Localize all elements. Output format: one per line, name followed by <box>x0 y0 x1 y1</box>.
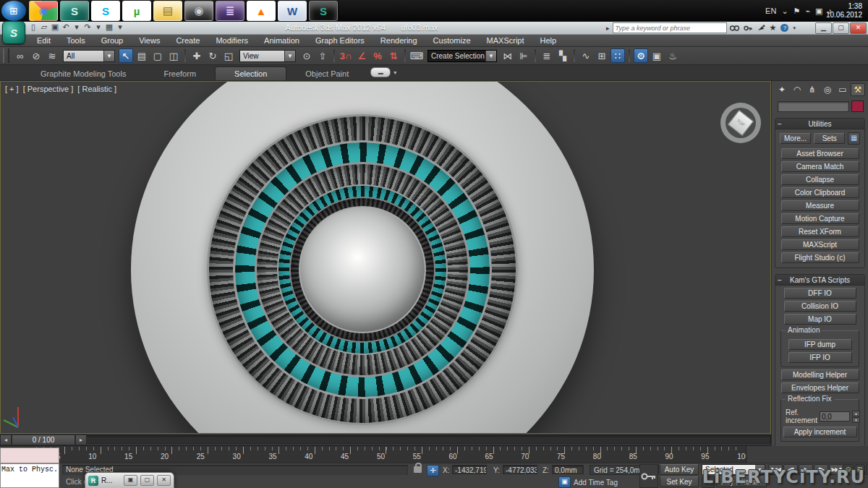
utility-button[interactable]: Collapse <box>781 174 859 185</box>
3dsmax-dark-icon[interactable]: S <box>309 1 338 21</box>
create-tab-icon[interactable]: ✦ <box>775 83 789 96</box>
utilities-tab-icon[interactable]: ⚒ <box>851 83 865 96</box>
utility-button[interactable]: Flight Studio (c) <box>781 252 859 263</box>
select-and-link-icon[interactable]: ∞ <box>13 48 27 63</box>
material-editor-icon[interactable]: ∷ <box>610 48 625 63</box>
rollout-collapse-icon[interactable]: − <box>775 276 784 284</box>
time-slider-handle[interactable]: 0 / 100 <box>12 435 75 445</box>
start-button[interactable]: ⊞ <box>1 1 26 21</box>
toolbar-separator[interactable] <box>574 49 575 62</box>
reference-coordinate-dropdown[interactable]: View ▼ <box>239 50 296 62</box>
spinner-up-icon[interactable]: ▲ <box>852 411 860 416</box>
ribbon-options-caret-icon[interactable]: ▾ <box>393 69 396 76</box>
rollout-collapse-icon[interactable]: − <box>775 120 784 128</box>
favorites-star-icon[interactable]: ★ <box>770 23 777 33</box>
menu-item[interactable]: Views <box>131 36 168 45</box>
application-menu-button[interactable]: S <box>2 21 25 44</box>
object-color-swatch[interactable] <box>851 100 864 112</box>
search-collapse-arrow-icon[interactable]: ▸ <box>606 25 610 32</box>
configure-button-sets-icon[interactable]: ▦ <box>848 132 860 145</box>
layer-manager-icon[interactable]: ≣ <box>540 48 554 63</box>
utorrent-icon[interactable]: µ <box>122 1 151 21</box>
redo-icon[interactable]: ↷ <box>83 22 92 32</box>
z-coordinate-field[interactable]: 0,0mm <box>552 465 584 474</box>
select-object-icon[interactable]: ↖ <box>119 48 133 63</box>
action-center-flag-icon[interactable]: ⚑ <box>793 7 801 16</box>
snap-toggle-icon[interactable]: 3∩ <box>339 48 353 63</box>
time-slider-track[interactable] <box>0 435 771 444</box>
viewcube-cube[interactable]: TOP <box>728 110 754 136</box>
search-input[interactable] <box>613 22 727 33</box>
network-icon[interactable]: ▣ <box>815 7 822 16</box>
undo-dropdown-icon[interactable]: ▾ <box>72 22 81 32</box>
utility-button[interactable]: Asset Browser <box>781 148 859 159</box>
redo-dropdown-icon[interactable]: ▾ <box>94 22 103 32</box>
time-slider-prev-arrow[interactable]: ◂ <box>0 435 12 445</box>
subscription-satellite-icon[interactable] <box>757 25 765 32</box>
toolbar-separator[interactable] <box>629 49 630 62</box>
mini-window-maximize-button[interactable]: ▢ <box>140 475 154 486</box>
undo-icon[interactable]: ↶ <box>61 22 70 32</box>
viewport-shading-label[interactable]: [ Realistic ] <box>77 85 116 93</box>
apply-increment-button[interactable]: Apply increment <box>783 427 857 437</box>
communication-key-icon[interactable] <box>744 25 752 32</box>
align-icon[interactable]: ⊫ <box>516 48 531 63</box>
help-icon[interactable]: ? <box>780 24 788 32</box>
track-bar[interactable]: ⊞ 51015202530354045505560657075808590951… <box>0 446 746 463</box>
render-setup-icon[interactable]: ⚙ <box>634 48 648 63</box>
helper-button[interactable]: Modelling Helper <box>781 369 859 380</box>
set-keys-key-button[interactable] <box>639 464 658 488</box>
3dsmax-icon[interactable]: S <box>60 1 89 21</box>
use-pivot-point-icon[interactable]: ⊙ <box>299 48 314 63</box>
menu-item[interactable]: Animation <box>256 36 307 45</box>
toolbar-separator[interactable] <box>333 49 335 62</box>
ref-increment-spinner[interactable]: ▲▼ <box>852 411 860 423</box>
selection-lock-icon[interactable] <box>414 466 422 473</box>
menu-item[interactable]: MAXScript <box>479 36 532 45</box>
curve-editor-icon[interactable]: ∿ <box>579 48 593 63</box>
utility-button[interactable]: Color Clipboard <box>781 187 859 198</box>
camera-app-icon[interactable]: ◉ <box>184 1 213 21</box>
more-utilities-button[interactable]: More... <box>780 133 811 144</box>
selection-filter-dropdown[interactable]: All ▼ <box>63 50 115 62</box>
motion-tab-icon[interactable]: ◎ <box>820 83 835 96</box>
angle-snap-icon[interactable]: ∠ <box>354 48 369 63</box>
y-coordinate-field[interactable]: -4772,033 <box>503 465 537 474</box>
unlink-selection-icon[interactable]: ⊘ <box>29 48 43 63</box>
binoculars-search-icon[interactable] <box>730 25 739 32</box>
menu-item[interactable]: Group <box>93 36 132 45</box>
ribbon-tab[interactable]: Selection <box>215 67 286 80</box>
utilities-rollout-header[interactable]: − Utilities <box>775 119 864 129</box>
minimize-button[interactable]: ▁ <box>815 22 832 34</box>
menu-item[interactable]: Edit <box>29 36 59 45</box>
ref-increment-field[interactable] <box>820 411 850 421</box>
utility-button[interactable]: Motion Capture <box>781 213 859 224</box>
viewport-menu-plus[interactable]: [ + ] <box>5 85 19 93</box>
close-button[interactable]: ✕ <box>850 22 867 34</box>
kams-script-button[interactable]: Collision IO <box>784 301 856 312</box>
set-key-button[interactable]: Set Key <box>660 476 699 487</box>
maxscript-mini-listener-pink[interactable] <box>0 448 59 463</box>
select-and-rotate-icon[interactable]: ↻ <box>205 48 220 63</box>
time-slider-next-arrow[interactable]: ▸ <box>75 435 87 445</box>
ribbon-minimize-button[interactable]: ▬ <box>370 67 391 77</box>
graphite-ribbon-toggle-icon[interactable]: ▚ <box>556 48 570 63</box>
taskbar-clock[interactable]: 1:38 10.06.2012 <box>826 2 862 20</box>
kams-script-button[interactable]: DFF IO <box>784 288 856 299</box>
model-center-dome[interactable] <box>299 206 426 333</box>
mini-floating-window[interactable]: R R... ▣ ▢ ✕ <box>85 472 174 488</box>
add-time-tag[interactable]: ▣ Add Time Tag <box>558 476 618 488</box>
select-and-scale-icon[interactable]: ◱ <box>221 48 236 63</box>
display-tab-icon[interactable]: ▭ <box>835 83 850 96</box>
select-by-name-icon[interactable]: ▤ <box>135 48 149 63</box>
utility-button[interactable]: Reset XForm <box>781 226 859 237</box>
explorer-folder-icon[interactable]: ▤ <box>153 1 182 21</box>
sets-button[interactable]: Sets <box>814 133 845 144</box>
rendered-frame-window-icon[interactable]: ▣ <box>650 48 664 63</box>
keyboard-shortcut-override-icon[interactable]: ⌨ <box>409 48 424 63</box>
toolbar-separator[interactable] <box>184 49 186 62</box>
rectangular-selection-region-icon[interactable]: ▢ <box>150 48 165 63</box>
select-and-manipulate-icon[interactable]: ⇧ <box>315 48 330 63</box>
percent-snap-icon[interactable]: % <box>370 48 385 63</box>
vlc-icon[interactable]: ▲ <box>247 1 276 21</box>
